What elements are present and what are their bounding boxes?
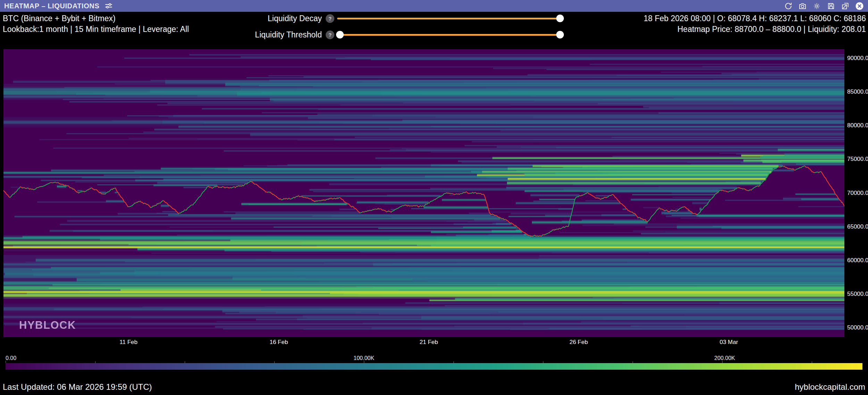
liquidity-threshold-label: Liquidity Threshold bbox=[255, 30, 322, 40]
decay-handle[interactable] bbox=[556, 15, 564, 22]
toolbar bbox=[784, 1, 864, 10]
colorbar-label: 200.00K bbox=[714, 355, 735, 361]
gear-icon[interactable] bbox=[812, 1, 821, 10]
save-icon[interactable] bbox=[826, 1, 835, 10]
price-axis-label: 75000.0 bbox=[847, 156, 868, 163]
time-axis-label: 11 Feb bbox=[119, 339, 137, 346]
chart-area: HYBLOCK bbox=[3, 49, 844, 337]
price-axis-label: 80000.0 bbox=[847, 122, 868, 129]
close-icon[interactable] bbox=[855, 1, 864, 10]
compare-icon[interactable] bbox=[841, 1, 850, 10]
liquidity-threshold-row: Liquidity Threshold ? bbox=[0, 29, 569, 40]
price-axis-label: 65000.0 bbox=[847, 223, 868, 230]
camera-icon[interactable] bbox=[798, 1, 807, 10]
liquidity-colorbar bbox=[6, 363, 862, 370]
time-axis-label: 26 Feb bbox=[569, 339, 588, 346]
page-title: HEATMAP – LIQUIDATIONS bbox=[4, 2, 99, 10]
decay-help-icon[interactable]: ? bbox=[326, 14, 334, 23]
refresh-icon[interactable] bbox=[784, 1, 793, 10]
colorbar-tick bbox=[722, 361, 723, 363]
time-axis-label: 03 Mar bbox=[720, 339, 738, 346]
liquidation-heatmap-app: HEATMAP – LIQUIDATIONS bbox=[0, 0, 868, 395]
liquidity-decay-label: Liquidity Decay bbox=[268, 14, 322, 23]
threshold-handle-high[interactable] bbox=[556, 31, 564, 38]
price-axis-label: 70000.0 bbox=[847, 190, 868, 197]
liquidity-threshold-slider[interactable] bbox=[337, 34, 562, 36]
site-link: hyblockcapital.com bbox=[795, 382, 865, 392]
threshold-handle-low[interactable] bbox=[336, 31, 344, 38]
heatmap-canvas[interactable] bbox=[3, 49, 844, 337]
threshold-help-icon[interactable]: ? bbox=[326, 31, 334, 39]
filters-icon[interactable] bbox=[104, 1, 113, 10]
last-updated-text: Last Updated: 06 Mar 2026 19:59 (UTC) bbox=[3, 382, 152, 392]
time-axis-label: 16 Feb bbox=[269, 339, 288, 346]
colorbar-tick bbox=[6, 361, 6, 363]
colorbar-tick bbox=[364, 361, 364, 363]
liquidity-decay-row: Liquidity Decay ? bbox=[0, 13, 569, 24]
price-axis-label: 50000.0 bbox=[847, 324, 868, 331]
price-axis-label: 85000.0 bbox=[847, 88, 868, 95]
price-axis-label: 55000.0 bbox=[847, 291, 868, 298]
heatmap-readout: Heatmap Price: 88700.0 – 88800.0 | Liqui… bbox=[644, 24, 866, 35]
title-bar: HEATMAP – LIQUIDATIONS bbox=[0, 0, 868, 12]
price-axis-label: 60000.0 bbox=[847, 257, 868, 264]
liquidity-decay-slider[interactable] bbox=[337, 18, 562, 19]
time-axis-label: 21 Feb bbox=[420, 339, 438, 346]
hyblock-watermark: HYBLOCK bbox=[19, 319, 76, 332]
colorbar-label: 0.00 bbox=[6, 355, 16, 361]
price-axis-label: 90000.0 bbox=[847, 55, 868, 62]
readout-info: 18 Feb 2026 08:00 | O: 68078.4 H: 68237.… bbox=[644, 13, 866, 35]
ohlc-readout: 18 Feb 2026 08:00 | O: 68078.4 H: 68237.… bbox=[644, 13, 866, 24]
